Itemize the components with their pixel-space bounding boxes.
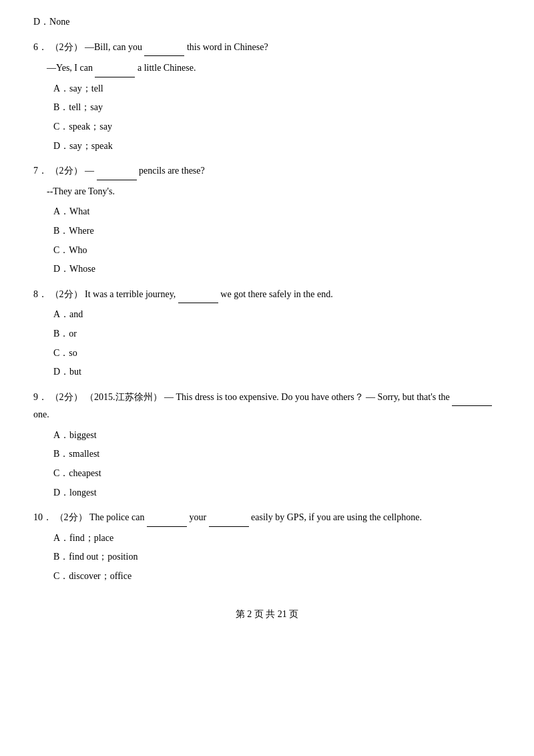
q8-text: It was a terrible journey,	[85, 289, 176, 299]
q8-optD: D．but	[53, 363, 501, 381]
q6-optA-label: A．say；tell	[53, 83, 103, 93]
q6-optD-label: D．say；speak	[53, 141, 113, 151]
q9-optD: D．longest	[53, 484, 501, 502]
q7-prompt1: —	[85, 166, 94, 176]
q8-optC: C．so	[53, 345, 501, 363]
d-none-text: D．None	[33, 13, 501, 31]
q8-points: （2分）	[50, 289, 83, 299]
question-10: 10． （2分） The police can your easily by G…	[33, 508, 501, 585]
q7-optB: B．Where	[53, 222, 501, 240]
d-none-label: D．None	[33, 17, 69, 27]
q10-optB-label: B．find out；position	[53, 552, 138, 562]
q10-optB: B．find out；position	[53, 548, 501, 566]
q10-text3: easily by GPS, if you are using the cell…	[251, 512, 422, 522]
q6-optB: B．tell；say	[53, 99, 501, 117]
q9-optC: C．cheapest	[53, 465, 501, 483]
q7-prompt1b: pencils are these?	[139, 166, 205, 176]
q8-optD-label: D．but	[53, 367, 81, 377]
q7-optC-label: C．Who	[53, 245, 87, 255]
q7-optB-label: B．Where	[53, 226, 94, 236]
q8-optA-label: A．and	[53, 309, 83, 319]
q9-optB: B．smallest	[53, 445, 501, 463]
q6-optC: C．speak；say	[53, 118, 501, 136]
q10-blank1	[147, 508, 187, 527]
q8-textb: we got there safely in the end.	[220, 289, 332, 299]
q6-blank1	[144, 38, 184, 57]
q7-text1: 7． （2分） — pencils are these?	[33, 162, 501, 180]
question-8: 8． （2分） It was a terrible journey, we go…	[33, 285, 501, 381]
q6-prompt1: —Bill, can you	[85, 42, 142, 52]
q6-optC-label: C．speak；say	[53, 122, 112, 132]
q8-number: 8．	[33, 289, 47, 299]
q7-points: （2分）	[50, 166, 83, 176]
q7-prompt2: --They are Tony's.	[47, 186, 115, 196]
q7-optD-label: D．Whose	[53, 264, 95, 274]
q8-optB-label: B．or	[53, 329, 77, 339]
q6-prompt2b: a little Chinese.	[138, 63, 196, 73]
q7-optA-label: A．What	[53, 206, 89, 216]
q10-optA: A．find；place	[53, 530, 501, 548]
q9-optC-label: C．cheapest	[53, 468, 101, 478]
q10-blank2	[209, 508, 249, 527]
q9-optD-label: D．longest	[53, 488, 97, 498]
q6-optB-label: B．tell；say	[53, 102, 103, 112]
q7-optD: D．Whose	[53, 260, 501, 278]
q9-optA-label: A．biggest	[53, 430, 97, 440]
q9-points: （2分）	[50, 392, 83, 402]
q9-number: 9．	[33, 392, 47, 402]
option-d-none: D．None	[33, 13, 501, 31]
q7-optA: A．What	[53, 203, 501, 221]
q6-text1: 6． （2分） —Bill, can you this word in Chin…	[33, 38, 501, 57]
q6-points: （2分）	[50, 42, 83, 52]
footer-text: 第 2 页 共 21 页	[236, 609, 299, 619]
q8-optA: A．and	[53, 306, 501, 324]
q8-optC-label: C．so	[53, 348, 77, 358]
q10-text2: your	[189, 512, 206, 522]
q10-optA-label: A．find；place	[53, 533, 113, 543]
q7-text2: --They are Tony's.	[47, 183, 501, 201]
q9-optB-label: B．smallest	[53, 449, 99, 459]
q9-source: （2015.江苏徐州）	[85, 392, 162, 402]
q10-optC: C．discover；office	[53, 568, 501, 586]
q6-number: 6．	[33, 42, 47, 52]
q7-number: 7．	[33, 166, 47, 176]
q9-blank	[452, 388, 492, 407]
q6-optA: A．say；tell	[53, 80, 501, 98]
q10-text1: The police can	[89, 512, 144, 522]
q10-number: 10．	[33, 512, 52, 522]
q8-text1: 8． （2分） It was a terrible journey, we go…	[33, 285, 501, 304]
q6-prompt2: —Yes, I can	[47, 63, 93, 73]
q9-prompt1: — This dress is too expensive. Do you ha…	[164, 392, 450, 402]
q7-blank1	[97, 162, 137, 180]
q10-text1: 10． （2分） The police can your easily by G…	[33, 508, 501, 527]
question-6: 6． （2分） —Bill, can you this word in Chin…	[33, 38, 501, 156]
q8-optB: B．or	[53, 325, 501, 343]
q9-prompt1b: one.	[33, 409, 49, 419]
q8-blank	[178, 285, 218, 304]
q7-optC: C．Who	[53, 242, 501, 260]
q10-points: （2分）	[55, 512, 87, 522]
question-7: 7． （2分） — pencils are these? --They are …	[33, 162, 501, 278]
question-9: 9． （2分） （2015.江苏徐州） — This dress is too …	[33, 388, 501, 502]
q9-optA: A．biggest	[53, 427, 501, 445]
q6-text2: —Yes, I can a little Chinese.	[47, 59, 501, 77]
q9-text1: 9． （2分） （2015.江苏徐州） — This dress is too …	[33, 388, 501, 424]
page-footer: 第 2 页 共 21 页	[33, 606, 501, 622]
q6-blank2	[95, 59, 135, 77]
q10-optC-label: C．discover；office	[53, 571, 131, 581]
q6-prompt1b: this word in Chinese?	[187, 42, 268, 52]
q6-optD: D．say；speak	[53, 138, 501, 156]
